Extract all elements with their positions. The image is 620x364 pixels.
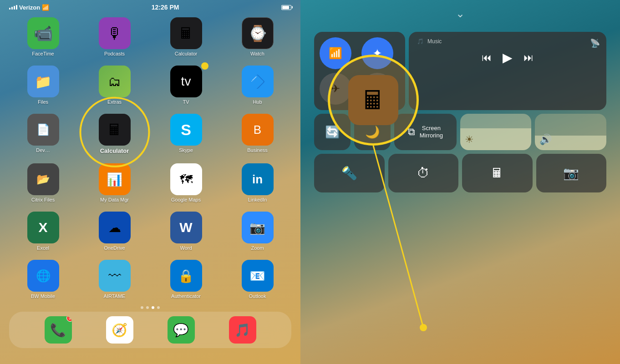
airplay-icon: 📡	[590, 39, 600, 48]
app-watch[interactable]: ⌚ Watch	[225, 17, 290, 56]
app-citrix-label: Citrix Files	[31, 197, 55, 202]
app-authenticator[interactable]: 🔒 Authenticator	[154, 260, 218, 299]
cc-prev-button[interactable]: ⏮	[482, 52, 492, 64]
app-grid-row3: 📄 Dev… 🖩 Calculator S Skype B Business	[0, 109, 300, 159]
app-calculator-icon-main[interactable]: 🖩	[99, 114, 131, 146]
cc-next-button[interactable]: ⏭	[523, 52, 534, 64]
app-hub[interactable]: 🔷 Hub	[225, 66, 290, 105]
app-skype[interactable]: S Skype	[154, 114, 218, 154]
dot-1	[141, 306, 143, 309]
dock-music[interactable]: 🎵	[229, 316, 256, 344]
app-authenticator-label: Authenticator	[171, 293, 201, 299]
app-airtame[interactable]: 〰 AIRTAME	[82, 260, 147, 299]
app-zoom-icon[interactable]: 📷	[242, 212, 274, 243]
dot-3	[152, 306, 154, 309]
app-airtame-icon[interactable]: 〰	[99, 260, 131, 292]
app-calculator-label-main: Calculator	[100, 147, 129, 154]
dock-messages-icon[interactable]: 💬	[168, 316, 195, 344]
time-display: 12:26 PM	[152, 4, 179, 11]
app-bwmobile-icon[interactable]: 🌐	[27, 260, 59, 292]
app-airtame-label: AIRTAME	[104, 293, 126, 299]
cc-camera-button[interactable]: 📷	[536, 154, 607, 192]
cc-timer-button[interactable]: ⏱	[388, 154, 459, 192]
app-grid-row4: 📂 Citrix Files 📊 My Data Mgr 🗺 Google Ma…	[0, 159, 300, 207]
app-onedrive-icon[interactable]: ☁	[99, 212, 131, 243]
app-facetime[interactable]: 📹 FaceTime	[11, 17, 75, 56]
app-skype-icon[interactable]: S	[170, 114, 202, 146]
app-citrix-icon[interactable]: 📂	[27, 163, 59, 195]
flashlight-icon: 🔦	[341, 166, 357, 181]
wifi-icon: 📶	[42, 4, 49, 11]
app-googlemaps-icon[interactable]: 🗺	[170, 163, 202, 195]
cc-play-button[interactable]: ▶	[503, 50, 513, 65]
app-linkedin[interactable]: in LinkedIn	[225, 163, 290, 202]
dock-phone[interactable]: 📞 3	[45, 316, 72, 344]
music-app-icon: 🎵	[417, 38, 424, 45]
app-googlemaps[interactable]: 🗺 Google Maps	[154, 163, 218, 202]
app-linkedin-icon[interactable]: in	[242, 163, 274, 195]
dot-4	[157, 306, 160, 309]
app-mydata[interactable]: 📊 My Data Mgr	[82, 163, 147, 202]
dock-music-icon[interactable]: 🎵	[229, 316, 256, 344]
app-files-icon[interactable]: 📁	[27, 66, 59, 97]
cc-flashlight-button[interactable]: 🔦	[314, 154, 385, 192]
app-business-icon[interactable]: B	[242, 114, 274, 146]
app-excel-icon[interactable]: X	[27, 212, 59, 243]
dock-safari-icon[interactable]: 🧭	[106, 316, 133, 344]
app-calculator-row1[interactable]: 🖩 Calculator	[154, 17, 218, 56]
cc-brightness-slider[interactable]: ☀	[460, 114, 532, 150]
chevron-down[interactable]: ⌄	[300, 0, 620, 27]
battery-icon	[281, 5, 291, 10]
app-extras-label: Extras	[107, 99, 122, 105]
dot-2	[146, 306, 149, 309]
app-watch-icon[interactable]: ⌚	[242, 17, 274, 49]
app-device-icon[interactable]: 📄	[27, 114, 59, 146]
app-facetime-icon[interactable]: 📹	[27, 17, 59, 49]
app-tv-icon[interactable]: tv	[170, 66, 202, 97]
calculator-zoom-icon[interactable]: 🖩	[348, 75, 398, 125]
app-onedrive[interactable]: ☁ OneDrive	[82, 212, 147, 251]
status-bar: Verizon 📶 12:26 PM	[0, 0, 300, 13]
carrier-label: Verizon	[19, 4, 40, 11]
app-word-label: Word	[180, 245, 192, 251]
app-mydata-icon[interactable]: 📊	[99, 163, 131, 195]
app-device[interactable]: 📄 Dev…	[11, 114, 75, 154]
battery-fill	[282, 6, 289, 9]
app-hub-icon[interactable]: 🔷	[242, 66, 274, 97]
dock-messages[interactable]: 💬	[168, 316, 195, 344]
app-watch-label: Watch	[250, 51, 264, 56]
timer-icon: ⏱	[417, 166, 430, 181]
app-bwmobile[interactable]: 🌐 BW Mobile	[11, 260, 75, 299]
app-excel[interactable]: X Excel	[11, 212, 75, 251]
cc-music-controls: ⏮ ▶ ⏭	[417, 50, 598, 65]
app-outlook[interactable]: 📧 Outlook	[225, 260, 290, 299]
signal-bar-1	[9, 8, 10, 10]
dock-safari[interactable]: 🧭	[106, 316, 133, 344]
app-authenticator-icon[interactable]: 🔒	[170, 260, 202, 292]
music-app-label: Music	[427, 38, 442, 45]
dock-phone-icon[interactable]: 📞 3	[45, 316, 72, 344]
page-dots	[0, 306, 300, 309]
app-word[interactable]: W Word	[154, 212, 218, 251]
app-calculator-icon-row1[interactable]: 🖩	[170, 17, 202, 49]
app-business[interactable]: B Business	[225, 114, 290, 154]
cc-volume-slider[interactable]: 🔊	[535, 114, 606, 150]
app-zoom[interactable]: 📷 Zoom	[225, 212, 290, 251]
app-podcasts[interactable]: 🎙 Podcasts	[82, 17, 147, 56]
app-podcasts-icon[interactable]: 🎙	[99, 17, 131, 49]
left-panel: Verizon 📶 12:26 PM 📹 FaceTime 🎙 Podcasts	[0, 0, 300, 364]
app-extras[interactable]: 🗂 Extras	[82, 66, 147, 105]
app-mydata-label: My Data Mgr	[100, 197, 129, 202]
app-files[interactable]: 📁 Files	[11, 66, 75, 105]
app-calculator-main[interactable]: 🖩 Calculator	[82, 114, 147, 154]
app-tv[interactable]: tv TV	[154, 66, 218, 105]
app-onedrive-label: OneDrive	[104, 245, 125, 251]
app-extras-icon[interactable]: 🗂	[99, 66, 131, 97]
cc-calculator-button[interactable]: 🖩	[462, 154, 533, 192]
signal-bar-4	[16, 5, 17, 10]
app-word-icon[interactable]: W	[170, 212, 202, 243]
app-outlook-icon[interactable]: 📧	[242, 260, 274, 292]
app-outlook-label: Outlook	[249, 293, 266, 299]
app-citrix[interactable]: 📂 Citrix Files	[11, 163, 75, 202]
cc-airplay-button[interactable]: 📡	[590, 38, 600, 48]
